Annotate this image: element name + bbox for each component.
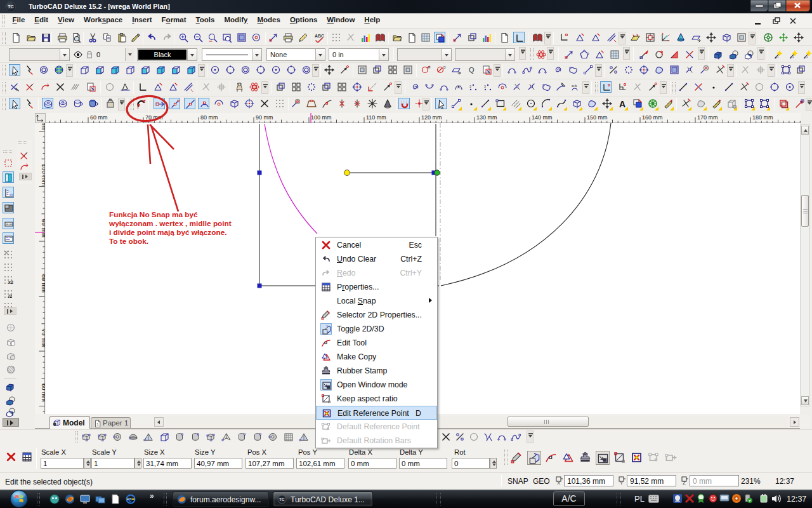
svg-text:x2: x2	[8, 280, 13, 284]
svg-text:X: X	[557, 480, 561, 485]
svg-text:TC: TC	[279, 497, 285, 502]
svg-text:/2: /2	[8, 294, 12, 298]
svg-text:Y: Y	[620, 480, 624, 485]
svg-text:Z: Z	[683, 480, 686, 485]
svg-text:e: e	[128, 495, 132, 503]
